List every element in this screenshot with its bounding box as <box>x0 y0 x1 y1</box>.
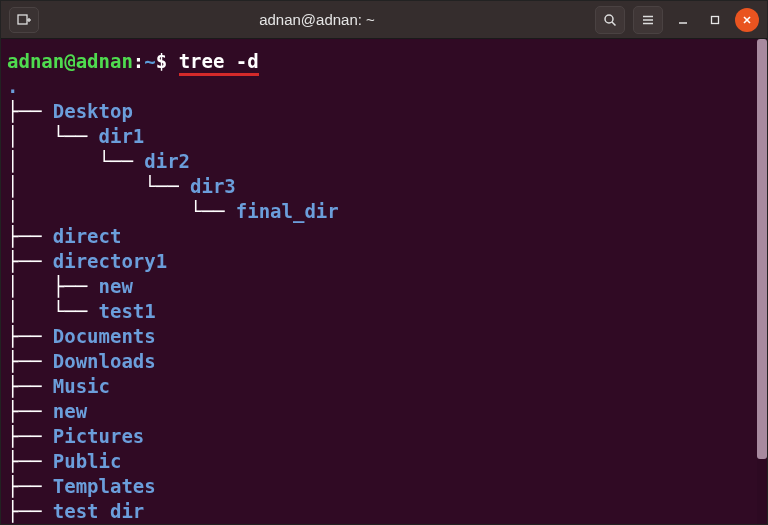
svg-point-3 <box>605 15 613 23</box>
tree-branch: │ └── <box>7 175 190 197</box>
prompt-dollar: $ <box>156 50 167 72</box>
maximize-button[interactable] <box>703 8 727 32</box>
terminal-window: adnan@adnan: ~ <box>0 0 768 525</box>
search-button[interactable] <box>595 6 625 34</box>
directory-name: Music <box>53 375 110 397</box>
tree-branch: │ └── <box>7 125 99 147</box>
menu-button[interactable] <box>633 6 663 34</box>
new-tab-button[interactable] <box>9 7 39 33</box>
tree-line: ├── Downloads <box>7 349 761 374</box>
tree-branch: ├── <box>7 475 53 497</box>
tree-line: ├── Music <box>7 374 761 399</box>
directory-name: dir3 <box>190 175 236 197</box>
tree-output: ├── Desktop│ └── dir1│ └── dir2│ └── dir… <box>7 99 761 524</box>
titlebar: adnan@adnan: ~ <box>1 1 767 39</box>
tree-line: ├── direct <box>7 224 761 249</box>
command-text: tree -d <box>179 50 259 76</box>
tree-branch: ├── <box>7 500 53 522</box>
directory-name: test1 <box>99 300 156 322</box>
tree-branch: ├── <box>7 325 53 347</box>
search-icon <box>603 13 617 27</box>
titlebar-right <box>595 6 759 34</box>
tree-branch: │ └── <box>7 150 144 172</box>
prompt-path: ~ <box>144 50 155 72</box>
tree-branch: │ └── <box>7 200 236 222</box>
minimize-button[interactable] <box>671 8 695 32</box>
directory-name: new <box>99 275 133 297</box>
tree-line: ├── Pictures <box>7 424 761 449</box>
directory-name: dir2 <box>144 150 190 172</box>
tree-line: ├── Documents <box>7 324 761 349</box>
scroll-thumb[interactable] <box>757 39 767 459</box>
tree-branch: ├── <box>7 350 53 372</box>
tree-branch: ├── <box>7 450 53 472</box>
hamburger-icon <box>641 13 655 27</box>
tree-line: ├── Desktop <box>7 99 761 124</box>
tree-line: ├── directory1 <box>7 249 761 274</box>
tree-branch: │ └── <box>7 300 99 322</box>
directory-name: Public <box>53 450 122 472</box>
minimize-icon <box>677 14 689 26</box>
terminal-body[interactable]: adnan@adnan:~$ tree -d . ├── Desktop│ └─… <box>1 39 767 524</box>
directory-name: Pictures <box>53 425 145 447</box>
tree-branch: │ ├── <box>7 275 99 297</box>
directory-name: new <box>53 400 87 422</box>
tree-line: ├── Public <box>7 449 761 474</box>
tree-line: │ ├── new <box>7 274 761 299</box>
directory-name: final_dir <box>236 200 339 222</box>
tree-line: ├── test dir <box>7 499 761 524</box>
directory-name: dir1 <box>99 125 145 147</box>
svg-rect-9 <box>712 16 719 23</box>
close-button[interactable] <box>735 8 759 32</box>
directory-name: Documents <box>53 325 156 347</box>
tree-branch: ├── <box>7 225 53 247</box>
prompt-line: adnan@adnan:~$ tree -d <box>7 49 761 74</box>
tree-line: │ └── dir1 <box>7 124 761 149</box>
directory-name: direct <box>53 225 122 247</box>
directory-name: Downloads <box>53 350 156 372</box>
tree-branch: ├── <box>7 375 53 397</box>
tree-branch: ├── <box>7 100 53 122</box>
tree-line: ├── Templates <box>7 474 761 499</box>
tree-line: │ └── dir2 <box>7 149 761 174</box>
tree-line: ├── new <box>7 399 761 424</box>
tree-line: │ └── test1 <box>7 299 761 324</box>
prompt-colon: : <box>133 50 144 72</box>
tree-branch: ├── <box>7 425 53 447</box>
prompt-user: adnan@adnan <box>7 50 133 72</box>
directory-name: test dir <box>53 500 145 522</box>
directory-name: directory1 <box>53 250 167 272</box>
maximize-icon <box>709 14 721 26</box>
new-tab-icon <box>17 13 31 27</box>
tree-line: │ └── dir3 <box>7 174 761 199</box>
tree-root: . <box>7 74 761 99</box>
window-title: adnan@adnan: ~ <box>47 11 587 28</box>
tree-branch: ├── <box>7 400 53 422</box>
tree-branch: ├── <box>7 250 53 272</box>
directory-name: Templates <box>53 475 156 497</box>
svg-rect-0 <box>18 15 27 24</box>
tree-line: │ └── final_dir <box>7 199 761 224</box>
directory-name: Desktop <box>53 100 133 122</box>
close-icon <box>741 14 753 26</box>
svg-line-4 <box>612 22 616 26</box>
scrollbar[interactable] <box>757 39 767 524</box>
